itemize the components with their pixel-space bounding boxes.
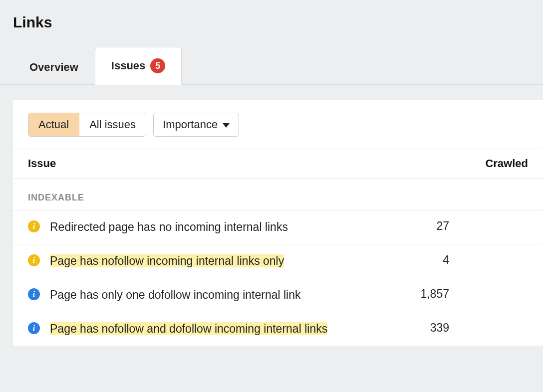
tab-issues-label: Issues — [111, 59, 146, 72]
warning-icon: i — [28, 254, 40, 266]
issue-text: Page has nofollow and dofollow incoming … — [50, 321, 369, 337]
row-icon-cell: i — [28, 321, 50, 334]
tab-issues[interactable]: Issues 5 — [95, 47, 182, 85]
table-row[interactable]: i Redirected page has no incoming intern… — [13, 210, 543, 244]
warning-icon: i — [28, 220, 40, 232]
segment-all-issues[interactable]: All issues — [79, 113, 146, 136]
table-row[interactable]: i Page has nofollow incoming internal li… — [13, 244, 543, 278]
table-row[interactable]: i Page has only one dofollow incoming in… — [13, 278, 543, 312]
crawled-count: 1,857 — [369, 287, 449, 301]
issue-text-span: Page has only one dofollow incoming inte… — [50, 288, 300, 301]
crawled-count: 27 — [369, 219, 449, 233]
issue-text-span: Redirected page has no incoming internal… — [50, 220, 288, 233]
sort-dropdown-label: Importance — [163, 118, 218, 131]
crawled-count: 4 — [369, 253, 449, 267]
info-icon: i — [28, 322, 40, 334]
row-icon-cell: i — [28, 287, 50, 300]
issue-text: Page has only one dofollow incoming inte… — [50, 287, 369, 303]
page-title: Links — [0, 0, 543, 31]
info-icon: i — [28, 288, 40, 300]
svg-marker-0 — [223, 123, 230, 128]
tab-overview[interactable]: Overview — [13, 49, 95, 85]
scope-segmented-control: Actual All issues — [28, 113, 146, 137]
crawled-count: 339 — [369, 321, 449, 335]
tabs: Overview Issues 5 — [0, 47, 543, 85]
tab-overview-label: Overview — [29, 61, 78, 74]
table-row[interactable]: i Page has nofollow and dofollow incomin… — [13, 312, 543, 346]
filters-row: Actual All issues Importance — [13, 113, 543, 149]
section-indexable-label: INDEXABLE — [13, 179, 543, 210]
caret-down-icon — [223, 118, 230, 131]
issue-text: Redirected page has no incoming internal… — [50, 219, 369, 235]
issue-text: Page has nofollow incoming internal link… — [50, 253, 369, 269]
issue-text-span: Page has nofollow incoming internal link… — [50, 254, 284, 267]
issue-text-span: Page has nofollow and dofollow incoming … — [50, 322, 327, 335]
col-header-issue: Issue — [28, 157, 448, 170]
sort-dropdown[interactable]: Importance — [153, 113, 239, 137]
row-icon-cell: i — [28, 219, 50, 232]
issues-panel: Actual All issues Importance Issue Crawl… — [13, 100, 543, 346]
table-header: Issue Crawled — [13, 149, 543, 179]
issues-count-badge: 5 — [150, 58, 165, 73]
col-header-crawled: Crawled — [448, 157, 528, 170]
row-icon-cell: i — [28, 253, 50, 266]
segment-actual[interactable]: Actual — [28, 113, 79, 136]
